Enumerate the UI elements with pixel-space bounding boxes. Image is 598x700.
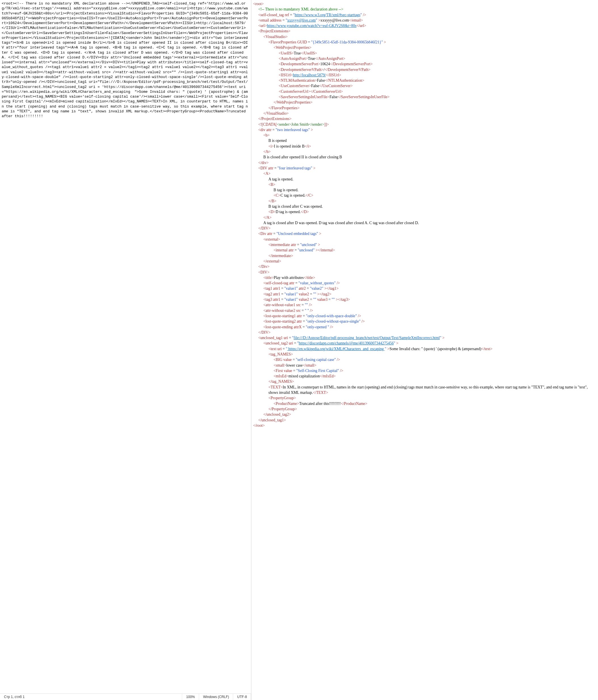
raw-xml-text[interactable]: <root><!-- There is no mandatory XML dec… (0, 0, 251, 694)
xml-line: <WebProjectProperties> (253, 45, 596, 50)
raw-xml-pane[interactable]: <root><!-- There is no mandatory XML dec… (0, 0, 251, 700)
xml-line: </ProjectExtensions> (253, 116, 596, 121)
xml-line: </root> (253, 423, 596, 428)
xml-line: <DIV> (253, 270, 596, 275)
xml-line: <TEXT>In XML, in counterpart to HTML, na… (253, 384, 596, 396)
xml-line: <UseCustomServer>False</UseCustomServer> (253, 83, 596, 89)
xml-line: <internal attr = "unclosed" ></internal> (253, 247, 596, 253)
xml-line: <lost-quote-ending attrX = "only-opened … (253, 324, 596, 330)
status-encoding[interactable]: UTF-8 (233, 694, 251, 700)
xml-line: </div> (253, 160, 596, 166)
xml-line: </FlavorProperties> (253, 105, 596, 111)
xml-line: </external> (253, 258, 596, 264)
xml-line: </unclosed_tag2> (253, 412, 596, 417)
xml-line: <FlavorProperties GUID = "{349c5851-65df… (253, 40, 596, 45)
xml-line: <IISUrl>http://localhost:5879/</IISUrl> (253, 72, 596, 78)
xml-line: <ProductName>Truncated after this!!!!!!!… (253, 401, 596, 406)
xml-line: <BIG value = "self-closing capital case"… (253, 357, 596, 362)
xml-line: <NTLMAuthentication>False</NTLMAuthentic… (253, 78, 596, 83)
status-eol[interactable]: Windows (CRLF) (199, 694, 233, 700)
xml-line: B tag is opened. (253, 187, 596, 193)
status-zoom[interactable]: 100% (182, 694, 199, 700)
xml-line: <DevelopmentServerPort>10624</Developmen… (253, 61, 596, 67)
xml-line: <attr-without-value2 src = " " /> (253, 308, 596, 313)
xml-line: <DevelopmentServerVPath>/</DevelopmentSe… (253, 67, 596, 72)
xml-line: <unclosed_tag2 uri = "https://discordapp… (253, 341, 596, 346)
xml-line: <lost-quote-starting1 attr = "only-close… (253, 313, 596, 319)
xml-line: </tag_NAMES> (253, 379, 596, 384)
xml-line: </DIV> (253, 226, 596, 231)
xml-line: </VisualStudio> (253, 111, 596, 116)
xml-line: <small>lower case</small> (253, 362, 596, 368)
xml-line: <self-closed-tag attr = "value_without_q… (253, 280, 596, 286)
xml-line: <First value = "Self-Closing First Capit… (253, 368, 596, 373)
xml-line: <Div attr = "Unclosed embedded tags" > (253, 231, 596, 236)
xml-line: <VisualStudio> (253, 34, 596, 40)
xml-line: <lost-quote-starting2 attr = "only-close… (253, 319, 596, 324)
xml-line: </DIV> (253, 330, 596, 335)
xml-line: <ProjectExtensions> (253, 28, 596, 34)
xml-line: <self-closed_tag ref = "https://www.w3.o… (253, 12, 596, 18)
xml-line: B is closed after opened II is closed af… (253, 154, 596, 160)
xml-line: <D>D tag is opened.</D> (253, 209, 596, 215)
xml-line: <div attr = "two interleaved tags" > (253, 127, 596, 132)
xml-line: <unclosed_tag1 uri = "file:///D:/Aspose/… (253, 335, 596, 341)
xml-line: </unclosed_tag1> (253, 417, 596, 423)
xml-line: <CustomServerUrl></CustomServerUrl> (253, 89, 596, 94)
xml-line: </WebProjectProperties> (253, 100, 596, 105)
status-position: Стр 1, стлб 1 (0, 694, 182, 700)
xml-line: <tag_NAMES> (253, 352, 596, 357)
formatted-xml-pane[interactable]: <root><!-- There is no mandatory XML dec… (251, 0, 598, 700)
xml-line: <title>Play with attributes</title> (253, 275, 596, 280)
xml-line: <A> (253, 171, 596, 176)
xml-line: B tag is closed after C was opened. (253, 204, 596, 209)
xml-line: <tag2 attr1 = "value1" value2 = "" ></ta… (253, 292, 596, 297)
xml-line: <tag1 attr1 = "value1" attr2 = "value2" … (253, 286, 596, 291)
xml-line: <b> (253, 132, 596, 138)
xml-line: <i>I is opened inside B</i> (253, 144, 596, 149)
xml-line: </Div> (253, 264, 596, 269)
xml-line: <attr-without-value1 src = "" /> (253, 302, 596, 307)
xml-line: </B> (253, 198, 596, 204)
xml-line: <DIV attr = "four interleaved tags" > (253, 166, 596, 171)
xml-line: <mIxEd>mixed capitalization</mIxEd> (253, 373, 596, 379)
xml-line: <B> (253, 182, 596, 187)
formatted-xml-tree: <root><!-- There is no mandatory XML dec… (253, 1, 596, 428)
xml-line: <PropertyGroup> (253, 395, 596, 401)
xml-line: <!-- There is no mandatory XML declarati… (253, 6, 596, 12)
xml-line: <![CDATA[<sender>John Smith</sender>]]> (253, 122, 596, 127)
xml-line: <email address = "xxxyyy@live.com" >xxxy… (253, 18, 596, 23)
xml-line: <root> (253, 1, 596, 6)
xml-line: </PropertyGroup> (253, 406, 596, 412)
xml-line: </A> (253, 215, 596, 220)
xml-line: A tag is closed after D was opened. D ta… (253, 220, 596, 226)
xml-line: <external> (253, 236, 596, 242)
xml-line: <UseIIS>True</UseIIS> (253, 50, 596, 56)
xml-line: A tag is opened. (253, 176, 596, 182)
xml-line: <text uri = " https://en.wikipedia.org/w… (253, 346, 596, 352)
xml-line: <C>C tag is opened.</C> (253, 193, 596, 198)
xml-line: </b> (253, 149, 596, 154)
xml-line: </intermediate> (253, 253, 596, 258)
xml-line: <url>https://www.youtube.com/watch?v=euf… (253, 23, 596, 28)
xml-line: <tag3 attr1 = "value1" value2 = "" value… (253, 297, 596, 302)
xml-line: <AutoAssignPort>True</AutoAssignPort> (253, 56, 596, 61)
status-bar: Стр 1, стлб 1 100% Windows (CRLF) UTF-8 (0, 694, 251, 700)
xml-line: <intermediate attr = "unclosed" > (253, 242, 596, 247)
xml-line: <SaveServerSettingsInUserFile>False</Sav… (253, 94, 596, 100)
xml-line: B is opened (253, 138, 596, 143)
